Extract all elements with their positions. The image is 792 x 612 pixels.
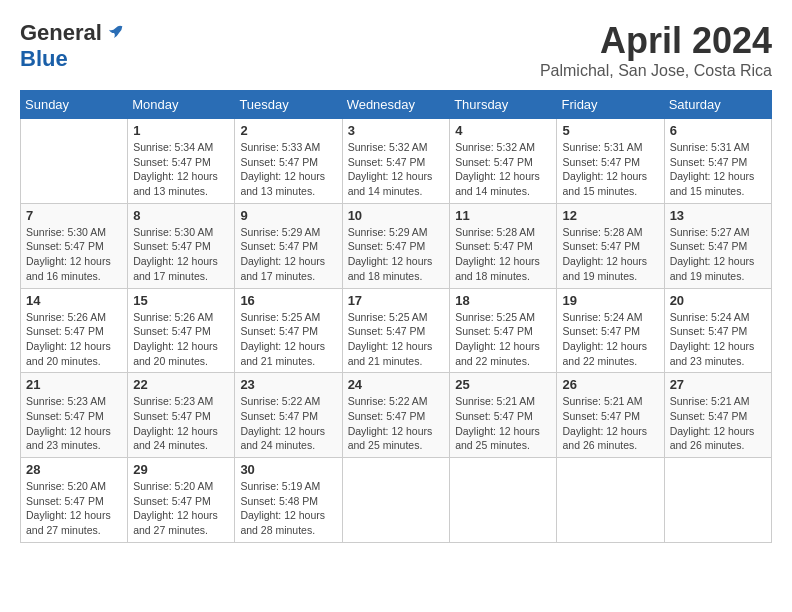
col-sunday: Sunday: [21, 91, 128, 119]
day-number: 27: [670, 377, 766, 392]
col-thursday: Thursday: [450, 91, 557, 119]
day-number: 17: [348, 293, 445, 308]
col-monday: Monday: [128, 91, 235, 119]
table-row: 13Sunrise: 5:27 AMSunset: 5:47 PMDayligh…: [664, 203, 771, 288]
table-row: 11Sunrise: 5:28 AMSunset: 5:47 PMDayligh…: [450, 203, 557, 288]
day-number: 11: [455, 208, 551, 223]
day-info: Sunrise: 5:31 AMSunset: 5:47 PMDaylight:…: [562, 140, 658, 199]
table-row: 17Sunrise: 5:25 AMSunset: 5:47 PMDayligh…: [342, 288, 450, 373]
calendar-week-row: 7Sunrise: 5:30 AMSunset: 5:47 PMDaylight…: [21, 203, 772, 288]
table-row: 14Sunrise: 5:26 AMSunset: 5:47 PMDayligh…: [21, 288, 128, 373]
day-info: Sunrise: 5:32 AMSunset: 5:47 PMDaylight:…: [348, 140, 445, 199]
table-row: 28Sunrise: 5:20 AMSunset: 5:47 PMDayligh…: [21, 458, 128, 543]
table-row: 4Sunrise: 5:32 AMSunset: 5:47 PMDaylight…: [450, 119, 557, 204]
table-row: 8Sunrise: 5:30 AMSunset: 5:47 PMDaylight…: [128, 203, 235, 288]
table-row: [450, 458, 557, 543]
table-row: [21, 119, 128, 204]
day-info: Sunrise: 5:30 AMSunset: 5:47 PMDaylight:…: [133, 225, 229, 284]
table-row: 18Sunrise: 5:25 AMSunset: 5:47 PMDayligh…: [450, 288, 557, 373]
day-number: 24: [348, 377, 445, 392]
table-row: 25Sunrise: 5:21 AMSunset: 5:47 PMDayligh…: [450, 373, 557, 458]
calendar-week-row: 21Sunrise: 5:23 AMSunset: 5:47 PMDayligh…: [21, 373, 772, 458]
day-info: Sunrise: 5:30 AMSunset: 5:47 PMDaylight:…: [26, 225, 122, 284]
table-row: 24Sunrise: 5:22 AMSunset: 5:47 PMDayligh…: [342, 373, 450, 458]
logo-blue-text: Blue: [20, 46, 68, 72]
day-info: Sunrise: 5:33 AMSunset: 5:47 PMDaylight:…: [240, 140, 336, 199]
calendar-table: Sunday Monday Tuesday Wednesday Thursday…: [20, 90, 772, 543]
day-info: Sunrise: 5:26 AMSunset: 5:47 PMDaylight:…: [133, 310, 229, 369]
day-info: Sunrise: 5:32 AMSunset: 5:47 PMDaylight:…: [455, 140, 551, 199]
day-number: 13: [670, 208, 766, 223]
day-number: 25: [455, 377, 551, 392]
day-info: Sunrise: 5:20 AMSunset: 5:47 PMDaylight:…: [133, 479, 229, 538]
table-row: 2Sunrise: 5:33 AMSunset: 5:47 PMDaylight…: [235, 119, 342, 204]
col-tuesday: Tuesday: [235, 91, 342, 119]
table-row: 7Sunrise: 5:30 AMSunset: 5:47 PMDaylight…: [21, 203, 128, 288]
day-info: Sunrise: 5:25 AMSunset: 5:47 PMDaylight:…: [455, 310, 551, 369]
day-number: 10: [348, 208, 445, 223]
col-saturday: Saturday: [664, 91, 771, 119]
table-row: 21Sunrise: 5:23 AMSunset: 5:47 PMDayligh…: [21, 373, 128, 458]
day-info: Sunrise: 5:21 AMSunset: 5:47 PMDaylight:…: [455, 394, 551, 453]
day-info: Sunrise: 5:31 AMSunset: 5:47 PMDaylight:…: [670, 140, 766, 199]
day-number: 7: [26, 208, 122, 223]
table-row: 30Sunrise: 5:19 AMSunset: 5:48 PMDayligh…: [235, 458, 342, 543]
day-number: 8: [133, 208, 229, 223]
calendar-header-row: Sunday Monday Tuesday Wednesday Thursday…: [21, 91, 772, 119]
calendar-week-row: 14Sunrise: 5:26 AMSunset: 5:47 PMDayligh…: [21, 288, 772, 373]
day-number: 4: [455, 123, 551, 138]
day-number: 14: [26, 293, 122, 308]
day-number: 1: [133, 123, 229, 138]
col-wednesday: Wednesday: [342, 91, 450, 119]
table-row: 10Sunrise: 5:29 AMSunset: 5:47 PMDayligh…: [342, 203, 450, 288]
col-friday: Friday: [557, 91, 664, 119]
day-info: Sunrise: 5:22 AMSunset: 5:47 PMDaylight:…: [348, 394, 445, 453]
table-row: 29Sunrise: 5:20 AMSunset: 5:47 PMDayligh…: [128, 458, 235, 543]
day-info: Sunrise: 5:29 AMSunset: 5:47 PMDaylight:…: [348, 225, 445, 284]
day-number: 23: [240, 377, 336, 392]
table-row: 19Sunrise: 5:24 AMSunset: 5:47 PMDayligh…: [557, 288, 664, 373]
day-number: 6: [670, 123, 766, 138]
day-number: 5: [562, 123, 658, 138]
table-row: 20Sunrise: 5:24 AMSunset: 5:47 PMDayligh…: [664, 288, 771, 373]
day-number: 16: [240, 293, 336, 308]
table-row: 27Sunrise: 5:21 AMSunset: 5:47 PMDayligh…: [664, 373, 771, 458]
day-info: Sunrise: 5:25 AMSunset: 5:47 PMDaylight:…: [348, 310, 445, 369]
day-number: 21: [26, 377, 122, 392]
day-info: Sunrise: 5:29 AMSunset: 5:47 PMDaylight:…: [240, 225, 336, 284]
title-section: April 2024 Palmichal, San Jose, Costa Ri…: [540, 20, 772, 80]
calendar-week-row: 28Sunrise: 5:20 AMSunset: 5:47 PMDayligh…: [21, 458, 772, 543]
day-info: Sunrise: 5:21 AMSunset: 5:47 PMDaylight:…: [670, 394, 766, 453]
day-number: 9: [240, 208, 336, 223]
day-info: Sunrise: 5:23 AMSunset: 5:47 PMDaylight:…: [133, 394, 229, 453]
table-row: [557, 458, 664, 543]
day-info: Sunrise: 5:19 AMSunset: 5:48 PMDaylight:…: [240, 479, 336, 538]
day-number: 29: [133, 462, 229, 477]
day-number: 19: [562, 293, 658, 308]
day-info: Sunrise: 5:20 AMSunset: 5:47 PMDaylight:…: [26, 479, 122, 538]
day-number: 28: [26, 462, 122, 477]
table-row: 6Sunrise: 5:31 AMSunset: 5:47 PMDaylight…: [664, 119, 771, 204]
table-row: [342, 458, 450, 543]
day-number: 30: [240, 462, 336, 477]
day-number: 15: [133, 293, 229, 308]
day-info: Sunrise: 5:22 AMSunset: 5:47 PMDaylight:…: [240, 394, 336, 453]
day-number: 2: [240, 123, 336, 138]
day-info: Sunrise: 5:21 AMSunset: 5:47 PMDaylight:…: [562, 394, 658, 453]
table-row: 5Sunrise: 5:31 AMSunset: 5:47 PMDaylight…: [557, 119, 664, 204]
day-info: Sunrise: 5:26 AMSunset: 5:47 PMDaylight:…: [26, 310, 122, 369]
table-row: 15Sunrise: 5:26 AMSunset: 5:47 PMDayligh…: [128, 288, 235, 373]
table-row: [664, 458, 771, 543]
table-row: 16Sunrise: 5:25 AMSunset: 5:47 PMDayligh…: [235, 288, 342, 373]
day-info: Sunrise: 5:28 AMSunset: 5:47 PMDaylight:…: [562, 225, 658, 284]
day-number: 18: [455, 293, 551, 308]
table-row: 1Sunrise: 5:34 AMSunset: 5:47 PMDaylight…: [128, 119, 235, 204]
day-info: Sunrise: 5:28 AMSunset: 5:47 PMDaylight:…: [455, 225, 551, 284]
page-header: General Blue April 2024 Palmichal, San J…: [20, 20, 772, 80]
day-info: Sunrise: 5:24 AMSunset: 5:47 PMDaylight:…: [670, 310, 766, 369]
day-number: 12: [562, 208, 658, 223]
location-subtitle: Palmichal, San Jose, Costa Rica: [540, 62, 772, 80]
day-info: Sunrise: 5:25 AMSunset: 5:47 PMDaylight:…: [240, 310, 336, 369]
calendar-week-row: 1Sunrise: 5:34 AMSunset: 5:47 PMDaylight…: [21, 119, 772, 204]
logo-general-text: General: [20, 20, 102, 46]
